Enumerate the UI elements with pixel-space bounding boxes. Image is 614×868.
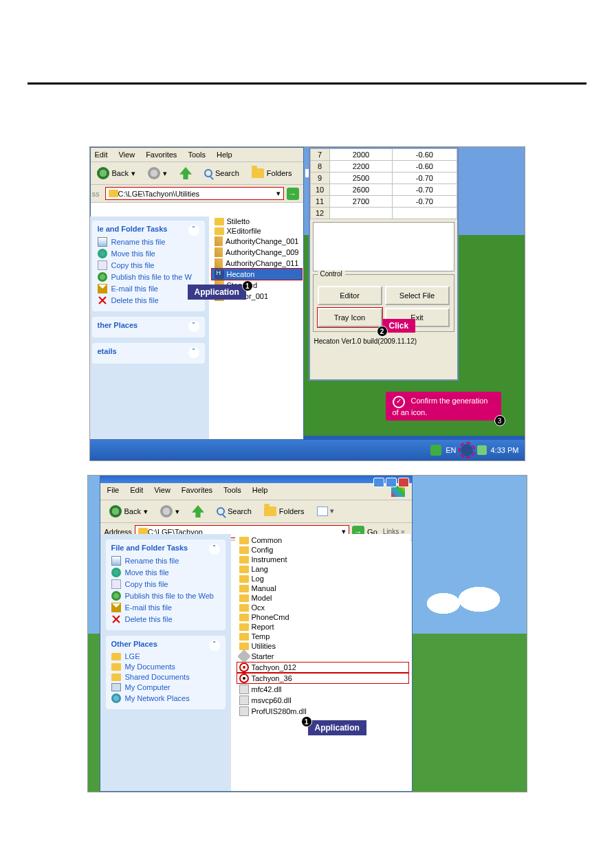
- list-item[interactable]: Config: [237, 545, 409, 555]
- folder-icon: [215, 218, 224, 225]
- back-button[interactable]: Back▾: [105, 503, 153, 520]
- menu-help[interactable]: Help: [252, 486, 268, 497]
- task-move[interactable]: Move this file: [111, 568, 220, 577]
- app-icon: [215, 258, 223, 268]
- tray-hecaton-icon[interactable]: [461, 444, 473, 456]
- list-item[interactable]: PhoneCmd: [237, 612, 409, 622]
- back-button[interactable]: Back▾: [92, 165, 140, 181]
- list-item[interactable]: Common: [237, 535, 409, 545]
- views-button[interactable]: [312, 504, 333, 518]
- task-rename[interactable]: Rename this file: [111, 556, 220, 566]
- task-delete[interactable]: Delete this file: [111, 614, 220, 624]
- forward-button[interactable]: ▾: [155, 503, 184, 520]
- list-item[interactable]: ProfUIS280m.dll: [237, 706, 409, 717]
- folder-icon: [239, 575, 249, 583]
- place-mydocs[interactable]: My Documents: [111, 663, 220, 671]
- folder-icon: [239, 643, 249, 650]
- list-item[interactable]: Starter: [237, 651, 409, 662]
- expand-icon[interactable]: ˇ: [188, 347, 199, 358]
- callout-application: 1Application: [308, 720, 366, 735]
- dropdown-icon[interactable]: ▾: [276, 189, 281, 198]
- menu-help[interactable]: Help: [217, 151, 232, 159]
- search-button[interactable]: Search: [199, 167, 244, 179]
- list-item[interactable]: msvcp60.dll: [237, 695, 409, 706]
- task-email[interactable]: E-mail this file: [111, 603, 220, 612]
- menu-edit[interactable]: Edit: [130, 486, 143, 497]
- place-mycomp[interactable]: My Computer: [111, 683, 220, 691]
- task-publish[interactable]: Publish this file to the Web: [111, 591, 220, 601]
- search-label: Search: [228, 507, 252, 515]
- list-item[interactable]: Log: [237, 574, 409, 583]
- details-panel[interactable]: etailsˇ: [92, 343, 205, 364]
- list-item[interactable]: Tachyon_012: [237, 662, 409, 673]
- place-network[interactable]: My Network Places: [111, 693, 220, 703]
- folders-button[interactable]: Folders: [259, 504, 309, 518]
- search-button[interactable]: Search: [212, 505, 256, 518]
- list-item-selected[interactable]: Hecaton: [212, 269, 302, 280]
- collapse-icon[interactable]: ˆ: [209, 544, 220, 555]
- list-item[interactable]: mfc42.dll: [237, 684, 409, 695]
- list-item[interactable]: Ocx: [237, 603, 409, 612]
- place-shared[interactable]: Shared Documents: [111, 673, 220, 681]
- place-lge[interactable]: LGE: [111, 652, 220, 660]
- close-button[interactable]: [398, 478, 409, 487]
- task-copy[interactable]: Copy this file: [98, 260, 199, 270]
- table-row[interactable]: 72000-0.60: [310, 149, 457, 161]
- table-row[interactable]: 92500-0.70: [310, 173, 457, 184]
- list-item[interactable]: AuthorityChange_001: [212, 236, 302, 247]
- up-button[interactable]: [187, 503, 209, 520]
- task-delete[interactable]: Delete this file: [98, 296, 199, 305]
- collapse-icon[interactable]: ˆ: [188, 225, 199, 236]
- list-item[interactable]: Lang: [237, 564, 409, 574]
- expand-icon[interactable]: ˇ: [188, 321, 199, 332]
- menu-favorites[interactable]: Favorites: [146, 151, 177, 159]
- list-item[interactable]: Temp: [237, 632, 409, 641]
- table-row[interactable]: 12: [310, 208, 457, 219]
- menu-tools[interactable]: Tools: [223, 486, 241, 497]
- menu-edit[interactable]: Edit: [95, 151, 108, 159]
- maximize-button[interactable]: [386, 478, 397, 487]
- task-rename[interactable]: Rename this file: [98, 237, 199, 247]
- task-copy[interactable]: Copy this file: [111, 579, 220, 589]
- step-number-3: 3: [494, 415, 505, 426]
- list-item[interactable]: Utilities: [237, 641, 409, 651]
- editor-button[interactable]: Editor: [318, 286, 382, 305]
- tray-go-icon[interactable]: [430, 445, 441, 456]
- tasks-panel: File and Folder Tasksˆ Rename this file …: [106, 539, 226, 630]
- tray-language[interactable]: EN: [446, 446, 456, 454]
- list-item-selected[interactable]: Tachyon_36: [237, 673, 409, 684]
- tray-icon-button[interactable]: Tray Icon: [318, 308, 382, 327]
- table-row[interactable]: 112700-0.70: [310, 196, 457, 208]
- table-row[interactable]: 102600-0.70: [310, 184, 457, 196]
- list-item[interactable]: AuthorityChange_009: [212, 247, 302, 258]
- address-label-trunc: ss: [92, 190, 100, 198]
- app-icon: [215, 247, 223, 257]
- tray-misc-icon[interactable]: [477, 445, 487, 455]
- horizontal-rule: [28, 82, 586, 85]
- folders-button[interactable]: Folders: [247, 166, 297, 180]
- select-file-button[interactable]: Select File: [385, 286, 450, 305]
- menu-favorites[interactable]: Favorites: [182, 486, 212, 497]
- list-item[interactable]: Stiletto: [212, 216, 302, 226]
- minimize-button[interactable]: [373, 478, 384, 487]
- list-item[interactable]: Report: [237, 622, 409, 632]
- up-button[interactable]: [175, 165, 197, 181]
- list-item[interactable]: Model: [237, 593, 409, 603]
- list-item[interactable]: AuthorityChange_011: [212, 258, 302, 269]
- table-row[interactable]: 82200-0.60: [310, 161, 457, 173]
- go-button[interactable]: →: [287, 188, 299, 200]
- address-input[interactable]: C:\LGE\Tachyon\Utilities ▾: [105, 187, 284, 200]
- list-item[interactable]: XEditorfile: [212, 226, 302, 236]
- collapse-icon[interactable]: ˆ: [209, 640, 220, 651]
- task-move[interactable]: Move this file: [98, 249, 199, 258]
- menu-view[interactable]: View: [154, 486, 171, 497]
- menu-view[interactable]: View: [118, 151, 135, 159]
- task-email[interactable]: E-mail this file: [98, 284, 199, 293]
- list-item[interactable]: Manual: [237, 583, 409, 593]
- task-publish[interactable]: Publish this file to the W: [98, 272, 199, 282]
- menu-tools[interactable]: Tools: [188, 151, 206, 159]
- list-item[interactable]: Instrument: [237, 555, 409, 564]
- forward-button[interactable]: ▾: [143, 165, 172, 181]
- other-places-panel[interactable]: ther Placesˇ: [92, 317, 205, 337]
- menu-file[interactable]: File: [107, 486, 120, 497]
